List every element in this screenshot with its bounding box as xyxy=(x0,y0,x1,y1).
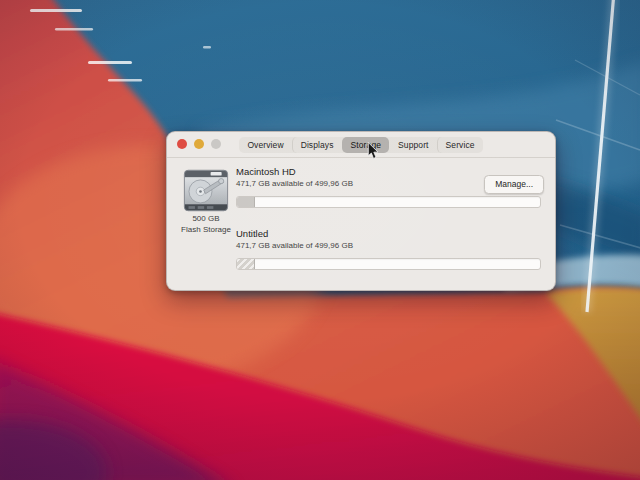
disk-usage-fill xyxy=(237,259,255,269)
disk-name: Untitled xyxy=(236,228,268,239)
disk-detail: 471,7 GB available of 499,96 GB xyxy=(236,179,353,188)
disk-name: Macintosh HD xyxy=(236,166,296,177)
disk-detail: 471,7 GB available of 499,96 GB xyxy=(236,241,353,250)
tab-support[interactable]: Support xyxy=(389,137,436,153)
device-summary: 500 GB Flash Storage xyxy=(174,169,238,236)
traffic-lights xyxy=(177,139,221,149)
tab-service[interactable]: Service xyxy=(437,137,483,153)
disk-usage-bar xyxy=(236,258,541,270)
title-bar[interactable]: Overview Displays Storage Support Servic… xyxy=(167,132,555,158)
minimize-button[interactable] xyxy=(194,139,204,149)
tab-overview[interactable]: Overview xyxy=(239,137,291,153)
storage-pane: 500 GB Flash Storage Macintosh HD 471,7 … xyxy=(167,158,555,291)
manage-button[interactable]: Manage... xyxy=(484,175,544,194)
tab-storage[interactable]: Storage xyxy=(342,137,389,153)
zoom-button-disabled xyxy=(211,139,221,149)
about-this-mac-window: Overview Displays Storage Support Servic… xyxy=(166,131,556,291)
tab-bar: Overview Displays Storage Support Servic… xyxy=(239,137,482,153)
disk-usage-fill xyxy=(237,197,255,207)
hard-drive-icon xyxy=(183,169,229,212)
close-button[interactable] xyxy=(177,139,187,149)
tab-displays[interactable]: Displays xyxy=(292,137,342,153)
device-capacity-label: 500 GB Flash Storage xyxy=(174,214,238,236)
disk-usage-bar xyxy=(236,196,541,208)
